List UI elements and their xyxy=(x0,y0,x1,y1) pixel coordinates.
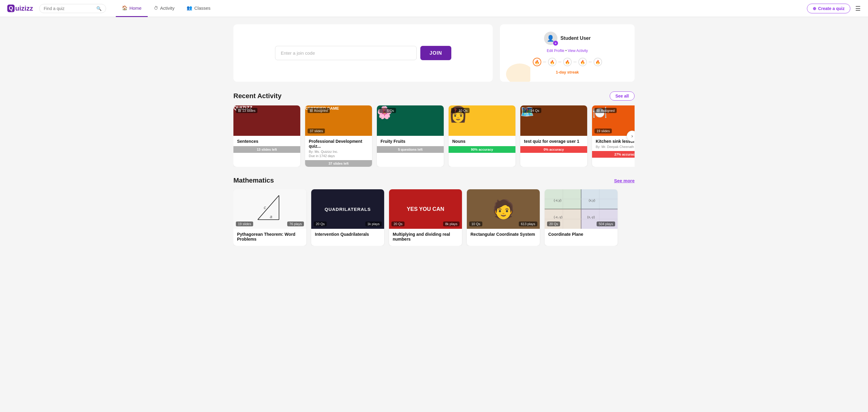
badge-label: 13 slides xyxy=(242,109,255,113)
math-card-rectangular[interactable]: 🧑 10 Qs 613 plays Rectangular Coordinate… xyxy=(467,189,540,246)
mathematics-cards: c a 19 slides 76 plays Pythagorean Theor… xyxy=(234,189,634,246)
math-badge-row-multiplying: 20 Qs 8k plays xyxy=(392,221,460,226)
card-thumb-testquiz: 🗺️ ❓ 14 Qs xyxy=(520,105,587,136)
edit-profile-link[interactable]: Edit Profile xyxy=(547,49,564,53)
math-card-multiplying[interactable]: YES YOU CAN 20 Qs 8k plays Multiplying a… xyxy=(389,189,462,246)
math-card-coordinate[interactable]: (-x,y) (x,y) (-x,-y) (x,-y) 20 Qs 504 pl… xyxy=(545,189,618,246)
card-thumb-kitchensink: 🍽️ ▤ Assigned 19 slides xyxy=(592,105,634,136)
math-card-quadrilaterals[interactable]: QUADRILATERALS 20 Qs 1k plays Interventi… xyxy=(311,189,384,246)
logo[interactable]: Q uizizz xyxy=(7,5,33,12)
activity-icon: ⏱ xyxy=(154,5,158,11)
streak-row: 🔥 🔥 🔥 🔥 🔥 xyxy=(533,58,602,66)
recent-activity-title: Recent Activity xyxy=(234,92,281,100)
profile-name: Student User xyxy=(560,36,591,41)
nav-home[interactable]: 🏠 Home xyxy=(116,0,148,17)
svg-rect-12 xyxy=(545,189,581,209)
qs-icon: ❓ xyxy=(453,108,457,113)
svg-text:(x,-y): (x,-y) xyxy=(587,215,595,219)
search-input[interactable] xyxy=(44,6,95,11)
join-card: JOIN xyxy=(234,24,493,82)
badge-label: 14 Qs xyxy=(530,109,539,113)
math-card-body-pythagorean: Pythagorean Theorem: Word Problems xyxy=(234,229,306,246)
see-all-button[interactable]: See all xyxy=(610,91,634,101)
activity-card-professional[interactable]: CERTIFIED GAME ▤ Assigned 37 slides Prof… xyxy=(305,105,372,167)
join-button[interactable]: JOIN xyxy=(420,46,451,60)
plays-badge-multiplying: 8k plays xyxy=(443,221,460,226)
svg-text:(-x,y): (-x,y) xyxy=(554,198,561,202)
streak-connector-3 xyxy=(574,62,577,62)
card-badge-testquiz: ❓ 14 Qs xyxy=(523,108,541,113)
search-bar[interactable]: 🔍 xyxy=(39,4,106,13)
streak-connector-2 xyxy=(558,62,561,62)
separator: • xyxy=(565,49,566,53)
activity-card-sentences[interactable]: QUIZIZZ ▤ 13 slides Sentences 13 slides … xyxy=(234,105,300,167)
plays-badge-coordinate: 504 plays xyxy=(597,221,615,226)
logo-icon: Q xyxy=(7,5,14,12)
create-quiz-button[interactable]: ⊕ Create a quiz xyxy=(807,4,850,13)
qs-badge-coordinate: 20 Qs xyxy=(547,221,560,226)
hamburger-icon[interactable]: ☰ xyxy=(855,5,861,12)
slides-icon: ▤ xyxy=(238,108,241,113)
math-card-pythagorean[interactable]: c a 19 slides 76 plays Pythagorean Theor… xyxy=(234,189,306,246)
svg-text:a: a xyxy=(270,214,272,219)
qs-icon: ❓ xyxy=(525,108,529,113)
nav-activity-label: Activity xyxy=(160,5,175,11)
card-progress-testquiz: 0% accuracy xyxy=(520,146,587,153)
pythagorean-diagram: c a xyxy=(252,192,288,226)
avatar: 👤 + xyxy=(544,32,557,45)
slides-badge-professional: 37 slides xyxy=(308,129,325,133)
card-title-sentences: Sentences xyxy=(237,139,297,144)
svg-rect-13 xyxy=(581,189,618,209)
thumb-emoji-rectangular: 🧑 xyxy=(492,198,515,220)
math-badge-row-rectangular: 10 Qs 613 plays xyxy=(469,221,537,226)
nav-activity[interactable]: ⏱ Activity xyxy=(148,0,181,17)
nav-classes-label: Classes xyxy=(194,5,210,11)
math-badge-row-coordinate: 20 Qs 504 plays xyxy=(547,221,615,226)
math-card-title-pythagorean: Pythagorean Theorem: Word Problems xyxy=(237,232,303,242)
qs-badge-multiplying: 20 Qs xyxy=(392,221,405,226)
card-body-professional: Professional Development quiz... By: Ms.… xyxy=(305,136,372,158)
create-quiz-label: Create a quiz xyxy=(818,6,845,11)
card-sub2-professional: Due in 1742 days xyxy=(309,154,368,158)
streak-connector-1 xyxy=(543,62,546,62)
plays-badge-pythagorean: 76 plays xyxy=(287,221,304,226)
see-more-button[interactable]: See more xyxy=(614,178,634,183)
streak-connector-4 xyxy=(589,62,592,62)
card-badge-sentences: ▤ 13 slides xyxy=(236,108,257,113)
math-card-title-coordinate: Coordinate Plane xyxy=(548,232,614,237)
nav-right: ⊕ Create a quiz ☰ xyxy=(807,4,861,13)
card-body-fruity: Fruity Fruits xyxy=(377,136,444,144)
card-thumb-nouns: 👩 ❓ 10 Qs xyxy=(448,105,516,136)
math-card-title-rectangular: Rectangular Coordinate System xyxy=(470,232,536,237)
svg-line-0 xyxy=(258,195,279,220)
badge-label: 10 Qs xyxy=(459,109,467,113)
activity-card-fruity[interactable]: 🌸 ❓ 5 Qs Fruity Fruits 5 questions left xyxy=(377,105,444,167)
streak-label: 1-day streak xyxy=(556,70,579,74)
activity-card-nouns[interactable]: 👩 ❓ 10 Qs Nouns 90% accuracy xyxy=(448,105,516,167)
streak-day-2: 🔥 xyxy=(548,58,556,66)
card-body-sentences: Sentences xyxy=(234,136,300,144)
assigned-icon: ▤ xyxy=(597,108,600,113)
classes-icon: 👥 xyxy=(187,5,192,11)
join-form: JOIN xyxy=(275,46,451,60)
assigned-label: Assigned xyxy=(314,109,328,113)
card-progress-sentences: 13 slides left xyxy=(234,146,300,153)
card-progress-kitchensink: 27% accuracy xyxy=(592,151,634,158)
view-activity-link[interactable]: View Activity xyxy=(568,49,588,53)
recent-activity-header: Recent Activity See all xyxy=(234,91,634,101)
card-progress-fruity: 5 questions left xyxy=(377,146,444,153)
card-title-nouns: Nouns xyxy=(452,139,512,144)
streak-day-5: 🔥 xyxy=(594,58,602,66)
card-progress-professional: 37 slides left xyxy=(305,160,372,167)
card-body-testquiz: test quiz for overage user 1 xyxy=(520,136,587,144)
nav-links: 🏠 Home ⏱ Activity 👥 Classes xyxy=(116,0,807,17)
card-title-professional: Professional Development quiz... xyxy=(309,139,368,149)
math-thumb-quadrilaterals: QUADRILATERALS 20 Qs 1k plays xyxy=(311,189,384,229)
streak-day-4: 🔥 xyxy=(578,58,587,66)
join-code-input[interactable] xyxy=(275,46,417,60)
activity-card-testquiz[interactable]: 🗺️ ❓ 14 Qs test quiz for overage user 1 … xyxy=(520,105,587,167)
nav-classes[interactable]: 👥 Classes xyxy=(181,0,216,17)
math-card-body-rectangular: Rectangular Coordinate System xyxy=(467,229,540,241)
create-quiz-plus-icon: ⊕ xyxy=(813,6,816,11)
math-card-body-quadrilaterals: Intervention Quadrilaterals xyxy=(311,229,384,241)
